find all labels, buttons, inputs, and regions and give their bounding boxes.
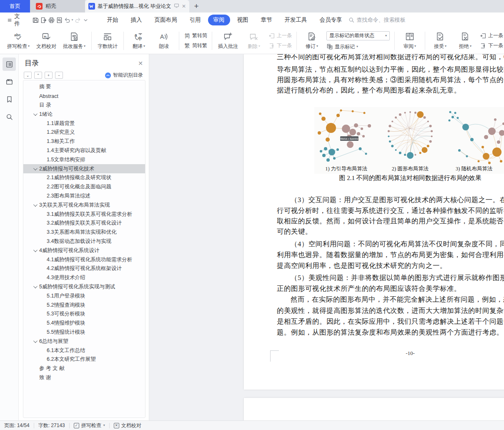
tab-document[interactable]: 基于威胁情报基...视化 毕业论文 ✕	[85, 0, 189, 12]
toc-item[interactable]: 1绪论	[23, 110, 145, 119]
toc-item[interactable]: 4.1威胁情报可视化系统功能需求分析	[23, 255, 145, 264]
chevron-down-icon[interactable]	[33, 203, 37, 207]
next-change-button[interactable]: 下一条	[480, 42, 503, 49]
read-aloud-button[interactable]: A朗读	[152, 30, 176, 51]
chevron-down-icon[interactable]	[33, 340, 37, 343]
print-preview-icon[interactable]	[56, 15, 63, 25]
status-word-count[interactable]: 字数: 27143	[38, 422, 65, 429]
document-page[interactable]: 三种不同的图可视化布局算法对相同数据进行布局的可视化结果。可知，①图采用力引导布…	[244, 54, 504, 390]
ribbon-tab-6[interactable]: 视图	[232, 15, 254, 25]
toc-item[interactable]: 1.3相关工作	[23, 137, 145, 146]
chevron-down-icon[interactable]	[33, 249, 37, 252]
figure-caption: 图 2.1 不同的图布局算法对相同数据进行布局的效果	[314, 174, 504, 182]
review-pane-button[interactable]: 审阅▾	[398, 30, 422, 51]
ribbon-tab-2[interactable]: 插入	[125, 15, 148, 25]
ribbon-tab-1[interactable]: 开始	[102, 15, 124, 25]
toc-item[interactable]: 2.2图可视化概念及面临问题	[23, 182, 145, 192]
toc-item[interactable]: 参 考 文 献	[23, 364, 145, 373]
sidebar-item-comments[interactable]	[3, 75, 16, 88]
status-spellcheck-toggle[interactable]: ✓ 拼写检查 ▾	[74, 422, 105, 429]
toc-item[interactable]: 5.1用户登录模块	[23, 291, 145, 300]
ribbon-tab-8[interactable]: 开发工具	[279, 15, 313, 25]
undo-icon[interactable]	[64, 15, 71, 25]
wordcount-button[interactable]: 字数统计	[95, 30, 120, 51]
toc-item[interactable]: 4.2威胁情报可视化系统框架设计	[23, 264, 145, 273]
command-search[interactable]: 查找命令、搜索模板	[349, 16, 406, 24]
prev-change-button[interactable]: 上一条	[480, 32, 503, 39]
toc-item[interactable]: 3.3关系图布局算法实现和优化	[23, 228, 145, 237]
toc-item[interactable]: 5.3可视分析模块	[23, 310, 145, 319]
status-proofread-toggle[interactable]: ✕ 文档校对	[114, 422, 141, 429]
toc-item[interactable]: 5.2情报查询模块	[23, 300, 145, 310]
toc-item[interactable]: 3.2威胁情报关联关系可视化设计	[23, 219, 145, 228]
toc-item[interactable]: 5.5情报统计模块	[23, 328, 145, 337]
undo-dropdown-caret[interactable]: ▾	[72, 18, 73, 22]
ribbon-tab-4[interactable]: 引用	[184, 15, 206, 25]
accept-icon	[435, 32, 446, 42]
toc-item[interactable]: Abstract	[23, 92, 145, 101]
expand-all-button[interactable]: ⌄	[24, 72, 32, 79]
char-fan-button[interactable]: 繁简转繁	[184, 42, 207, 49]
chevron-down-icon[interactable]	[33, 285, 37, 288]
close-tab-icon[interactable]: ✕	[182, 3, 186, 9]
tab-home[interactable]: 首页	[0, 0, 30, 12]
redo-icon[interactable]	[74, 15, 81, 25]
spellcheck-button[interactable]: abc拼写检查▾	[4, 30, 33, 51]
zoom-out-button[interactable]: −	[55, 72, 63, 79]
zoom-in-button[interactable]: +	[45, 72, 53, 79]
toc-item[interactable]: 2威胁情报与可视化技术	[23, 164, 145, 173]
sidebar-item-outline[interactable]	[3, 58, 16, 71]
status-page-indicator[interactable]: 页面: 14/54	[4, 422, 30, 429]
file-menu[interactable]: 文件	[4, 12, 25, 28]
toc-item[interactable]: 1.4主要研究内容以及贡献	[23, 146, 145, 155]
toc-item[interactable]: 3.1威胁情报关联关系可视化需求分析	[23, 210, 145, 219]
correction-button[interactable]: 批改服务▾	[60, 30, 88, 51]
toc-item[interactable]: 1.1课题背景	[23, 119, 145, 128]
translate-button[interactable]: a中翻译▾	[127, 30, 151, 51]
toc-item[interactable]: 6.1本文工作总结	[23, 346, 145, 355]
ribbon-tab-7[interactable]: 章节	[256, 15, 278, 25]
toc-item[interactable]: 5威胁情报可视化系统实现与测试	[23, 282, 145, 292]
toc-item[interactable]: 5.4情报维护模块	[23, 319, 145, 328]
toc-item[interactable]: 3.4数据动态加载设计与实现	[23, 237, 145, 246]
toc-item[interactable]: 目 录	[23, 101, 145, 110]
char-jian-button[interactable]: 简繁转简	[184, 32, 207, 39]
toc-item[interactable]: 4威胁情报可视化系统设计	[23, 246, 145, 255]
accept-button[interactable]: 接受▾	[428, 30, 452, 51]
toc-item[interactable]: 6.2本文研究工作展望	[23, 355, 145, 364]
toc-item[interactable]: 6总结与展望	[23, 337, 145, 346]
smart-recognize-toc-button[interactable]: 智能识别目录	[105, 72, 143, 79]
next-document-page[interactable]	[244, 398, 504, 420]
chevron-down-icon[interactable]	[33, 167, 37, 170]
screen-share-icon[interactable]	[174, 3, 179, 10]
toc-item[interactable]: 1.5文章结构安排	[23, 155, 145, 164]
new-tab-button[interactable]: +	[189, 0, 203, 12]
revision-button[interactable]: 修订▾	[300, 30, 324, 51]
ribbon-tab-5[interactable]: 审阅	[208, 15, 230, 25]
toc-item[interactable]: 2.1威胁情报概念及研究现状	[23, 173, 145, 182]
print-icon[interactable]	[48, 15, 55, 25]
save-icon[interactable]	[32, 15, 39, 25]
collapse-all-button[interactable]: ⌃	[34, 72, 42, 79]
toc-item[interactable]: 摘 要	[23, 82, 145, 92]
tab-docer[interactable]: 稻壳	[30, 0, 85, 12]
proofread-button[interactable]: a-文档校对	[33, 30, 59, 51]
close-panel-icon[interactable]: ✕	[138, 60, 143, 67]
markup-state-select[interactable]: 显示标记的最终状态▾	[326, 31, 390, 40]
toc-item[interactable]: 4.3使用技术介绍	[23, 273, 145, 282]
collapse-ribbon-icon[interactable]	[82, 15, 89, 25]
ribbon-tab-9[interactable]: 会员专享	[314, 15, 348, 25]
toc-item[interactable]: 3关联关系可视化布局算法实现	[23, 200, 145, 210]
toc-item[interactable]: 1.2研究意义	[23, 128, 145, 137]
sidebar-item-search[interactable]	[3, 110, 16, 123]
toc-item[interactable]: 2.3图布局算法综述	[23, 192, 145, 201]
output-icon[interactable]	[40, 15, 47, 25]
show-markup-button[interactable]: 显示标记▾	[326, 43, 390, 50]
comment-add-button[interactable]: 插入批注	[215, 30, 241, 51]
reject-button[interactable]: 拒绝▾	[453, 30, 477, 51]
toc-item[interactable]: 致 谢	[23, 373, 145, 382]
ribbon-tab-3[interactable]: 页面布局	[149, 15, 183, 25]
document-text-line: （5）美观性问题：并非将数据以简单的图形方式进行展示就称作图形可视化，真	[277, 272, 504, 283]
chevron-down-icon[interactable]	[33, 112, 37, 116]
sidebar-item-bookmarks[interactable]	[3, 92, 16, 106]
